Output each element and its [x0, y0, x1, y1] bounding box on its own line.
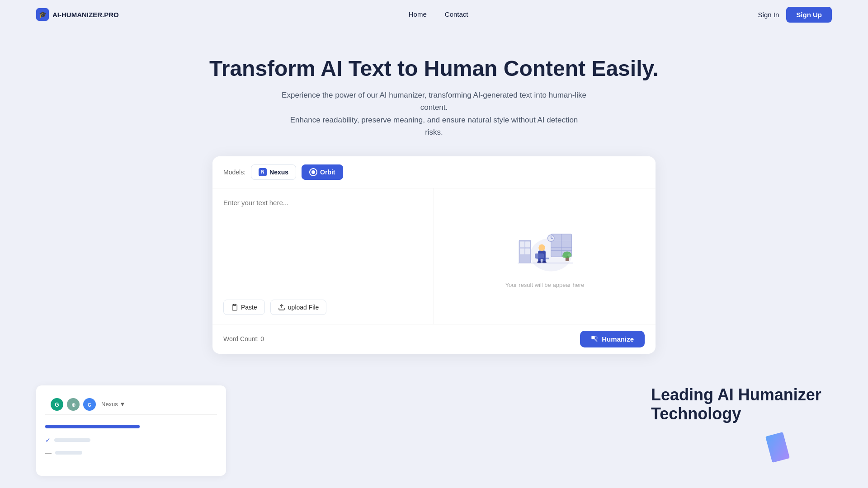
svg-rect-0	[233, 304, 236, 305]
orbit-model-button[interactable]: Orbit	[302, 164, 343, 180]
bottom-section: G ⊕ G Nexus ▼ ✓ —	[0, 372, 868, 488]
upload-file-button[interactable]: upload File	[270, 300, 327, 315]
nexus-icon: N	[259, 168, 267, 176]
wand-icon	[591, 335, 598, 343]
mockup-line-1	[54, 438, 90, 442]
svg-rect-7	[525, 249, 530, 254]
mockup-row-1	[45, 420, 217, 431]
paste-button[interactable]: Paste	[223, 300, 265, 315]
mockup-tab-label: Nexus ▼	[101, 401, 125, 408]
nav-actions: Sign In Sign Up	[758, 7, 832, 23]
main-card: Models: N Nexus Orbit Paste upload File	[212, 156, 656, 354]
navbar: 🎓 AI-HUMANIZER.PRO Home Contact Sign In …	[0, 0, 868, 29]
bottom-mockup: G ⊕ G Nexus ▼ ✓ —	[36, 385, 226, 476]
upload-icon	[278, 304, 285, 311]
models-bar: Models: N Nexus Orbit	[212, 156, 656, 188]
svg-rect-30	[592, 336, 594, 339]
two-panel: Paste upload File	[212, 188, 656, 324]
upload-label: upload File	[288, 304, 319, 311]
svg-rect-6	[520, 249, 524, 254]
svg-point-27	[562, 254, 567, 258]
decorative-shape	[765, 432, 790, 463]
logo-icon: 🎓	[36, 8, 49, 21]
hero-title: Transform AI Text to Human Content Easil…	[9, 56, 859, 81]
mockup-check-row: ✓	[45, 436, 217, 444]
signin-button[interactable]: Sign In	[758, 11, 779, 19]
left-panel: Paste upload File	[212, 188, 434, 324]
mockup-progress-bar	[45, 425, 140, 428]
nav-home[interactable]: Home	[409, 10, 427, 18]
right-panel: Your result will be appear here	[434, 188, 656, 324]
orbit-icon	[309, 168, 317, 176]
bottom-text: Leading AI Humanizer Technology	[651, 385, 832, 423]
humanize-label: Humanize	[602, 335, 634, 343]
svg-point-28	[567, 253, 571, 257]
svg-rect-5	[525, 242, 530, 248]
openai-icon: ⊕	[67, 398, 80, 411]
mockup-icons-bar: G ⊕ G Nexus ▼	[45, 394, 217, 415]
paste-upload-row: Paste upload File	[223, 300, 423, 315]
gemini-icon: G	[83, 398, 96, 411]
result-placeholder: Your result will be appear here	[505, 282, 584, 288]
nav-links: Home Contact	[409, 10, 468, 19]
mockup-dash-row: —	[45, 449, 217, 456]
paste-label: Paste	[241, 304, 257, 311]
svg-rect-21	[543, 258, 546, 262]
clipboard-icon	[231, 304, 238, 311]
svg-rect-24	[535, 253, 544, 258]
svg-text:G: G	[55, 402, 59, 408]
word-count-value: 0	[260, 335, 264, 343]
waiting-illustration	[511, 224, 579, 273]
chatgpt-icon: G	[51, 398, 63, 411]
mockup-dash-icon: —	[45, 449, 52, 456]
floating-shape	[769, 434, 787, 461]
hero-section: Transform AI Text to Human Content Easil…	[0, 29, 868, 156]
orbit-label: Orbit	[320, 169, 335, 176]
svg-text:⊕: ⊕	[71, 402, 75, 408]
logo-text: AI-HUMANIZER.PRO	[52, 11, 119, 19]
nav-contact[interactable]: Contact	[445, 10, 468, 18]
word-count: Word Count: 0	[223, 335, 264, 343]
bottom-bar: Word Count: 0 Humanize	[212, 324, 656, 354]
bottom-heading: Leading AI Humanizer Technology	[651, 385, 832, 423]
svg-rect-4	[520, 242, 524, 248]
signup-button[interactable]: Sign Up	[786, 7, 832, 23]
text-input[interactable]	[223, 197, 423, 296]
hero-subtitle: Experience the power of our AI humanizer…	[280, 89, 588, 138]
humanize-button[interactable]: Humanize	[580, 331, 645, 347]
models-label: Models:	[223, 169, 245, 176]
svg-text:G: G	[88, 403, 91, 408]
mockup-line-2	[55, 451, 82, 455]
svg-point-19	[538, 244, 545, 251]
mockup-check-icon: ✓	[45, 436, 51, 444]
nexus-model-button[interactable]: N Nexus	[251, 164, 296, 180]
logo[interactable]: 🎓 AI-HUMANIZER.PRO	[36, 8, 119, 21]
nexus-label: Nexus	[269, 169, 288, 176]
